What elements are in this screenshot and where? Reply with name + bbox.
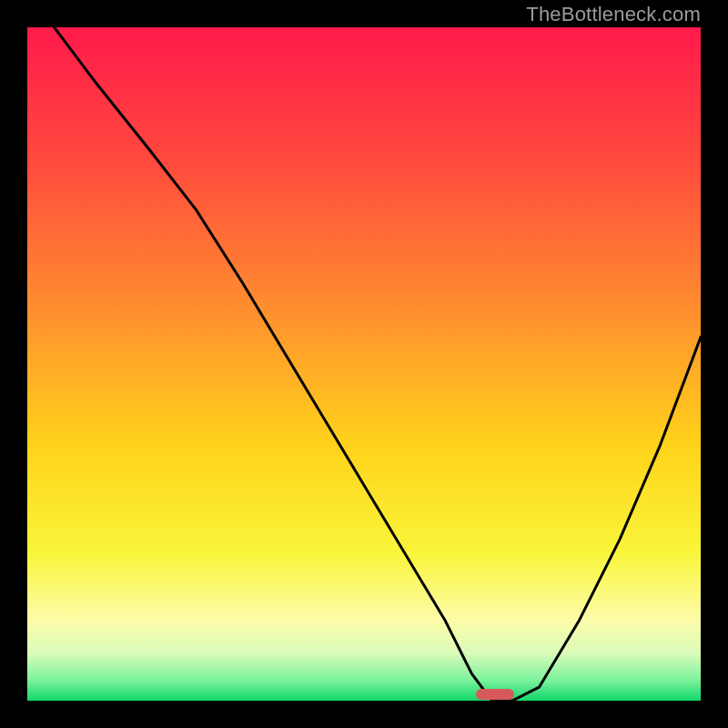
optimal-marker [476, 689, 514, 700]
plot-area [27, 27, 701, 701]
chart-frame: TheBottleneck.com [0, 0, 728, 728]
bottleneck-curve [27, 27, 701, 701]
watermark-text: TheBottleneck.com [526, 3, 701, 26]
curve-path [55, 27, 701, 701]
